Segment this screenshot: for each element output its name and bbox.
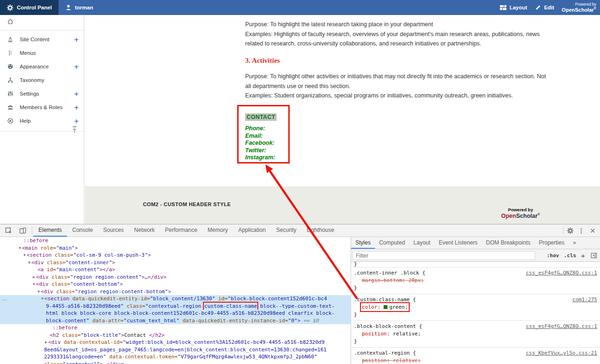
styles-tab-event-listeners[interactable]: Event Listeners bbox=[435, 237, 482, 249]
element-classes-button[interactable]: .cls bbox=[564, 253, 577, 259]
styles-filter-input[interactable] bbox=[352, 251, 535, 260]
scroll-to-top-button[interactable] bbox=[71, 126, 80, 136]
selected-node-gutter-dots: … bbox=[2, 295, 8, 303]
css-declaration[interactable]: margin-bottom: 20px; bbox=[354, 277, 597, 284]
css-declaration[interactable]: position: relative; bbox=[354, 330, 597, 338]
dom-tree-line[interactable]: 8eed&layout_id=os_pages_page_7465:langco… bbox=[0, 346, 351, 354]
dom-tree-line[interactable]: 9-4455-a516-b82320d98eed" class="context… bbox=[0, 303, 351, 310]
dom-tree-line[interactable]: ▼<div class="content-bottom"> bbox=[0, 281, 351, 288]
devtools-tab-security[interactable]: Security bbox=[271, 224, 301, 237]
dom-tree-line[interactable]: ▼<main role="main"> bbox=[0, 245, 351, 252]
devtools-tab-console[interactable]: Console bbox=[67, 224, 98, 237]
dom-tree-line[interactable]: ▶<div class="region region-content">…</d… bbox=[0, 274, 351, 281]
sidebar-item-taxonomy[interactable]: Taxonomy bbox=[0, 73, 84, 87]
footer-brand-scholar: Scholar bbox=[516, 213, 538, 219]
devtools-tab-lighthouse[interactable]: Lighthouse bbox=[301, 224, 339, 237]
dom-tree-line[interactable]: ::before bbox=[0, 324, 351, 332]
code-segment: <div bbox=[31, 260, 44, 266]
dom-tree-line[interactable]: class="contextual"> </div> bbox=[0, 361, 351, 364]
sidebar-item-label: Site Content bbox=[20, 37, 49, 42]
contact-item: Phone: bbox=[245, 125, 277, 133]
code-segment: "contextual" bbox=[63, 361, 100, 364]
devtools-tab-network[interactable]: Network bbox=[129, 224, 160, 237]
expand-plus-icon[interactable]: + bbox=[74, 35, 79, 43]
contact-block: CONTACT Phone:Email:Facebook:Twitter:Ins… bbox=[245, 112, 277, 162]
sidebar-item-site-content[interactable]: ASite Content+ bbox=[0, 32, 84, 46]
dom-tree-line[interactable]: <a id="main-content"></a> bbox=[0, 266, 351, 274]
stylesheet-source-link[interactable]: css_esF4gfG…QNZ8Q.css:1 bbox=[526, 323, 597, 330]
code-segment: html block block-core block-block-conten… bbox=[46, 310, 335, 316]
stylesheet-source-link[interactable]: com1:275 bbox=[572, 296, 597, 304]
code-segment: > bbox=[121, 332, 124, 338]
color-swatch[interactable] bbox=[383, 305, 388, 309]
devtools-tab-elements[interactable]: Elements bbox=[33, 224, 67, 237]
css-rule[interactable]: com1:275.custom-class-name {color: green… bbox=[351, 294, 600, 321]
styles-tab-layout[interactable]: Layout bbox=[409, 237, 435, 249]
dom-tree-line[interactable]: ▼<section class="col-sm-9 col-sm-push-3"… bbox=[0, 252, 351, 259]
css-declaration[interactable]: position: relative; bbox=[354, 357, 597, 364]
paragraph-purpose-research: Purpose: To highlight the latest researc… bbox=[245, 20, 550, 30]
css-declaration[interactable]: color: green; bbox=[354, 304, 597, 311]
sidebar-item-members-roles[interactable]: Members & Roles+ bbox=[0, 100, 84, 114]
powered-by-topbar: Powered by OpenScholar® bbox=[562, 2, 596, 13]
toggle-sidebar-button[interactable] bbox=[590, 251, 598, 261]
person-icon bbox=[65, 4, 72, 11]
css-selector: .custom-class-name { bbox=[354, 297, 416, 303]
user-menu[interactable]: torman bbox=[59, 0, 100, 15]
dom-tree-line[interactable]: 2293331&langcode=en" data-contextual-tok… bbox=[0, 353, 351, 361]
sidebar-item-settings[interactable]: Settings+ bbox=[0, 87, 84, 100]
device-toolbar-button[interactable] bbox=[17, 225, 28, 236]
code-segment: class= bbox=[44, 361, 63, 364]
contact-item: Twitter: bbox=[245, 147, 277, 155]
stylesheet-source-link[interactable]: css_esF4gfG…QNZ8Q.css:1 bbox=[526, 269, 597, 277]
css-property-name: margin-bottom bbox=[362, 277, 402, 283]
dom-tree-line[interactable]: ::before bbox=[0, 237, 351, 245]
devtools-tab-memory[interactable]: Memory bbox=[202, 224, 233, 237]
code-segment: </div> bbox=[148, 274, 166, 280]
more-options-button[interactable] bbox=[576, 226, 587, 236]
footer-registered-mark: ® bbox=[538, 213, 540, 216]
sidebar-item-home[interactable] bbox=[0, 15, 84, 28]
css-rule[interactable]: css_esF4gfG…QNZ8Q.css:1.content-inner .b… bbox=[351, 267, 600, 294]
layout-button[interactable]: Layout bbox=[500, 5, 527, 11]
dom-tree-line[interactable]: ▼<section data-quickedit-entity-id="bloc… bbox=[0, 295, 351, 303]
styles-sidebar-pane: StylesComputedLayoutEvent ListenersDOM B… bbox=[351, 237, 600, 364]
new-style-rule-button[interactable]: + bbox=[581, 252, 585, 260]
registered-mark: ® bbox=[594, 7, 596, 10]
dom-tree-line[interactable]: html block block-core block-block-conten… bbox=[0, 310, 351, 317]
styles-tab--[interactable]: » bbox=[569, 237, 580, 249]
inspect-element-button[interactable] bbox=[3, 225, 14, 236]
dom-tree-line[interactable]: ▶<div data-contextual-id="widget:block_i… bbox=[0, 339, 351, 346]
sidebar-item-menus[interactable]: Menus bbox=[0, 46, 84, 59]
control-panel-button[interactable]: Control Panel bbox=[0, 0, 59, 15]
devtools-tab-sources[interactable]: Sources bbox=[98, 224, 129, 237]
css-rule[interactable]: css_esF4gfG…QNZ8Q.css:1.block-block-cont… bbox=[351, 321, 600, 348]
sidebar-item-appearance[interactable]: Appearance+ bbox=[0, 59, 84, 73]
styles-filter-bar: :hov .cls + bbox=[351, 249, 600, 262]
styles-tab-styles[interactable]: Styles bbox=[351, 237, 375, 249]
dom-tree-line[interactable]: <h2 class="block-title">Contact </h2> bbox=[0, 332, 351, 339]
edit-button[interactable]: Edit bbox=[535, 4, 555, 11]
devtools-tab-performance[interactable]: Performance bbox=[160, 224, 202, 237]
site-content-area: Purpose: To highlight the latest researc… bbox=[85, 15, 600, 186]
dom-tree-line[interactable]: block-content" data-attr="custom_text_ht… bbox=[0, 317, 351, 325]
styles-tab-properties[interactable]: Properties bbox=[535, 237, 569, 249]
expand-plus-icon[interactable]: + bbox=[74, 103, 79, 111]
code-segment: 2293331&langcode=en" bbox=[44, 354, 106, 360]
stylesheet-source-link[interactable]: css_KbefVux…yl5o.css:21 bbox=[526, 349, 597, 357]
expand-plus-icon[interactable]: + bbox=[74, 62, 79, 70]
devtools-settings-button[interactable] bbox=[564, 226, 576, 236]
code-segment: ▶ bbox=[45, 339, 48, 346]
css-rule[interactable]: css_KbefVux…yl5o.css:21.contextual-regio… bbox=[351, 348, 600, 364]
code-segment: ::before bbox=[52, 325, 77, 331]
expand-plus-icon[interactable]: + bbox=[74, 89, 79, 97]
toggle-element-state-button[interactable]: :hov bbox=[547, 253, 559, 259]
close-devtools-button[interactable] bbox=[587, 226, 598, 236]
dom-tree-line[interactable]: ▼<div class="region region-content-botto… bbox=[0, 288, 351, 296]
styles-tab-computed[interactable]: Computed bbox=[375, 237, 409, 249]
dom-tree-line[interactable]: ▼<div class="content-inner"> bbox=[0, 259, 351, 267]
styles-tab-dom-breakpoints[interactable]: DOM Breakpoints bbox=[482, 237, 535, 249]
topbar-right: Layout Edit Powered by OpenScholar® bbox=[500, 0, 596, 15]
devtools-tab-application[interactable]: Application bbox=[233, 224, 271, 237]
expand-plus-icon[interactable]: + bbox=[74, 117, 79, 125]
